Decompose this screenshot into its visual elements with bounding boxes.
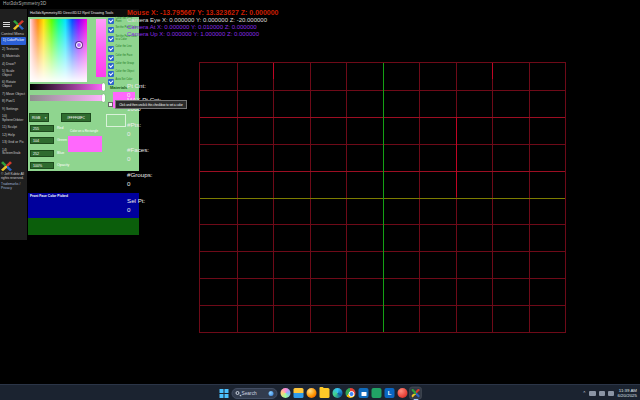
grid-line <box>456 117 457 198</box>
checkbox-checked-icon[interactable] <box>108 55 114 61</box>
sidebar-item-move-object[interactable]: 7) Move Object <box>1 92 26 97</box>
stat-sel-pt: Sel Pt:0 <box>127 198 145 213</box>
search-highlight-icon <box>269 391 274 396</box>
checkbox-row: Set the Face Color to a Color <box>108 36 138 42</box>
color-mode-dropdown[interactable]: RGB▾ <box>29 113 49 122</box>
color-rectangle-label: Color on a Rectangle <box>70 129 98 133</box>
checkbox-checked-icon[interactable] <box>108 36 114 42</box>
value-slider[interactable] <box>30 84 104 90</box>
stat-pts: #Pts:0 <box>127 122 141 137</box>
clock-date: 6/20/2025 <box>617 393 637 399</box>
red-app-icon[interactable] <box>398 388 408 398</box>
color-mode-value: RGB <box>32 116 40 120</box>
checkbox-row: Color the Object <box>108 71 138 77</box>
checkbox-label: Color the Object <box>116 71 135 74</box>
back-face-color-panel <box>28 218 139 235</box>
grid-line <box>492 63 493 79</box>
green-field[interactable]: 104 <box>30 137 54 144</box>
sidebar-menu: 1) ColorPicker 2) Textures 3) Materials … <box>1 37 26 191</box>
touch-keyboard-icon[interactable] <box>589 391 596 396</box>
blue-label: Blue <box>57 151 64 155</box>
sidebar-item-scale-object[interactable]: 5) Scale Object <box>1 70 26 79</box>
checkbox-checked-icon[interactable] <box>108 63 114 69</box>
sidebar-item-draw[interactable]: 4) Draw? <box>1 62 26 67</box>
checkbox-row: Color the Line <box>108 46 138 52</box>
search-icon <box>236 391 240 395</box>
stat-groups: #Groups:0 <box>127 172 152 187</box>
slider-handle[interactable] <box>102 83 106 91</box>
slider-handle[interactable] <box>102 94 106 102</box>
sidebar-item-help[interactable]: 12) Help <box>1 133 26 138</box>
desktop: Hot3dxSymmetry3D Control Menu 1) ColorPi… <box>0 0 640 400</box>
color-spectrum[interactable] <box>30 19 87 82</box>
sidebar-item-grid-or-pic[interactable]: 13) Grid or Pic <box>1 141 26 146</box>
sidebar-item-materials[interactable]: 3) Materials <box>1 55 26 60</box>
search-box[interactable]: Search <box>232 388 278 399</box>
opacity-field[interactable]: 100% <box>30 162 54 169</box>
green-label: Green <box>57 138 67 142</box>
taskbar: Search L ⌃ 11:39 AM 6/20/2025 <box>0 384 640 400</box>
camera-eye-readout: Camera Eye X: 0.000000 Y: 0.000000 Z: -2… <box>127 17 267 23</box>
tray-chevron-up-icon[interactable]: ⌃ <box>582 391 586 396</box>
volume-battery-icon[interactable] <box>608 391 614 396</box>
hex-color-input[interactable]: #FFFF68FC <box>61 113 91 122</box>
sidebar-item-colorpicker[interactable]: 1) ColorPicker <box>1 37 26 45</box>
spectrum-cursor[interactable] <box>76 42 82 48</box>
checkbox-label: Color the Line <box>116 46 132 49</box>
chrome-icon[interactable] <box>346 388 356 398</box>
hot3dx-logo-icon <box>1 161 12 171</box>
edge-icon[interactable] <box>333 388 343 398</box>
trademarks-privacy-link[interactable]: Trademarks / Privacy <box>1 183 26 191</box>
sidebar-item-pan[interactable]: 8) Pan/1 <box>1 100 26 105</box>
hamburger-menu-icon[interactable] <box>3 22 10 27</box>
sidebar-item-settings[interactable]: 9) Settings <box>1 107 26 112</box>
color-picker-panel: Hot3dxSymmetry3D Direct3D12 Rprt/ Drawin… <box>28 9 139 171</box>
sidebar-item-sculpt[interactable]: 11) Sculpt <box>1 126 26 131</box>
control-sidebar: Control Menu 1) ColorPicker 2) Textures … <box>0 9 27 240</box>
grid-line <box>273 63 274 79</box>
microsoft-store-icon[interactable] <box>359 388 369 398</box>
file-explorer-icon[interactable] <box>294 388 304 398</box>
checkbox-label: Set the Face Color to a Color <box>116 36 139 42</box>
checkbox-checked-icon[interactable] <box>108 18 114 24</box>
blue-l-app-icon[interactable]: L <box>385 388 395 398</box>
copyright-text: © Jeff Kubitz All rights reserved. <box>1 173 26 181</box>
hot3dx-app-icon[interactable] <box>411 388 421 398</box>
sidebar-item-screengrab[interactable]: 14) ScreenGrab <box>1 148 26 157</box>
network-icon[interactable] <box>599 391 605 396</box>
search-placeholder: Search <box>242 391 267 396</box>
window-title: Hot3dxSymmetry3D <box>3 1 46 6</box>
opacity-label: Opacity <box>57 163 69 167</box>
control-menu-title: Control Menu <box>1 32 24 36</box>
checkbox-label: Color the Group <box>116 63 134 66</box>
red-label: Red <box>57 126 64 130</box>
sidebar-item-rotate-object[interactable]: 6) Rotate Object <box>1 81 26 90</box>
sidebar-item-sphereorbiter[interactable]: 10) SphereOrbiter <box>1 114 26 123</box>
copilot-icon[interactable] <box>281 388 291 398</box>
sidebar-item-textures[interactable]: 2) Textures <box>1 47 26 52</box>
start-button[interactable] <box>220 389 229 398</box>
hot3dx-logo-icon <box>13 20 24 30</box>
front-face-color-panel: Front Face Color Picked <box>28 193 139 218</box>
taskbar-clock[interactable]: 11:39 AM 6/20/2025 <box>617 388 637 399</box>
blue-field[interactable]: 252 <box>30 150 54 157</box>
camera-at-readout: Camera At X: 0.000000 Y: 0.010000 Z: 0.0… <box>127 24 257 30</box>
checkbox-checked-icon[interactable] <box>108 27 114 33</box>
mouse-readout: Mouse X: -13.795667 Y: 13.323627 Z: 0.00… <box>127 9 279 16</box>
red-field[interactable]: 255 <box>30 125 54 132</box>
folder-icon[interactable] <box>320 388 330 398</box>
drawing-viewport-grid[interactable] <box>199 62 566 333</box>
set-color-checkbox[interactable] <box>108 102 113 107</box>
firefox-icon[interactable] <box>307 388 317 398</box>
green-app-icon[interactable] <box>372 388 382 398</box>
grid-line <box>383 63 384 332</box>
front-face-color-label: Front Face Color Picked <box>30 194 68 198</box>
hue-slider[interactable] <box>96 19 106 77</box>
checkbox-checked-icon[interactable] <box>108 71 114 77</box>
checkbox-checked-icon[interactable] <box>108 46 114 52</box>
camera-up-readout: Camera Up X: 0.000000 Y: 1.000000 Z: 0.0… <box>127 31 259 37</box>
checkbox-label: Color the Face <box>116 55 133 58</box>
panel-title: Hot3dxSymmetry3D Direct3D12 Rprt/ Drawin… <box>28 9 139 17</box>
alpha-slider[interactable] <box>30 95 104 101</box>
color-rectangle-swatch <box>68 136 102 152</box>
